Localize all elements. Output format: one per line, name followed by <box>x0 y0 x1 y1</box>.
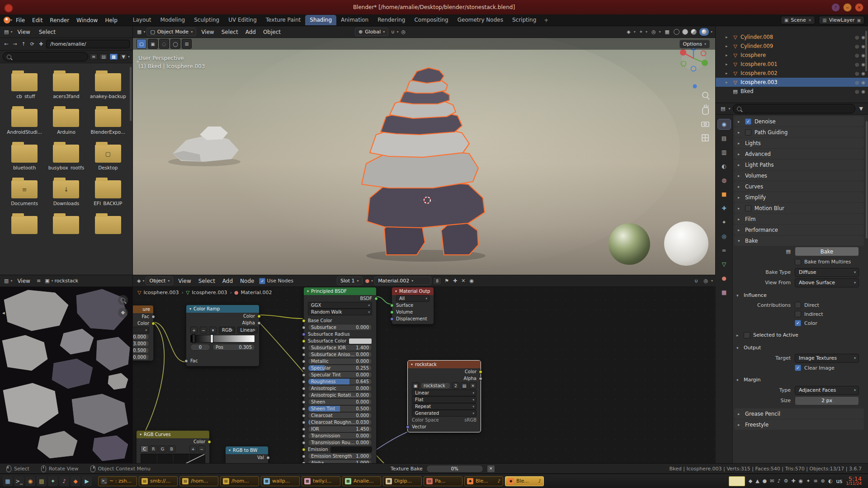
principled-bsdf-node[interactable]: ▾Principled BSDF BSDF GGX Random Walk Ba… <box>303 287 377 463</box>
bsdf-input-row[interactable]: Metallic0.000 <box>304 358 376 365</box>
input-socket[interactable] <box>302 414 306 418</box>
channel-c-button[interactable]: C <box>141 446 148 452</box>
properties-panel-header[interactable]: ▸ Advanced <box>734 149 864 159</box>
orientation-dropdown[interactable]: ⊕Global <box>355 28 388 36</box>
pin-icon[interactable]: ◉ <box>468 277 475 284</box>
delete-stop-button[interactable]: − <box>200 327 207 333</box>
color-swatch[interactable] <box>330 446 373 453</box>
hide-viewport-icon[interactable]: ◎ <box>855 62 859 67</box>
color-ramp-gradient[interactable] <box>190 335 255 343</box>
taskbar-window-button[interactable]: ▤ smb://... <box>139 476 178 486</box>
snap-icon[interactable]: ∪ <box>693 277 699 284</box>
launcher-icon[interactable]: ◆ <box>71 476 80 486</box>
bsdf-input-row[interactable]: Clearcoat Roughness0.030 <box>304 419 376 426</box>
tray-icon[interactable]: ◐ <box>828 478 833 484</box>
taskbar-window-button[interactable]: >_ ~ : zsh... <box>98 476 137 486</box>
value-slider[interactable]: Transmission Roughness0.000 <box>308 439 372 446</box>
panel-bake-header[interactable]: ▾ Bake <box>734 235 864 246</box>
value-slider[interactable]: Subsurface Anisotropy0.000 <box>308 351 372 358</box>
launcher-icon[interactable]: ▦ <box>3 476 13 486</box>
folder-item[interactable] <box>4 213 45 236</box>
image-browse-icon[interactable]: ▣ <box>43 277 51 284</box>
workspace-tab[interactable]: Rendering <box>373 15 410 25</box>
viewport-3d[interactable]: Z ▦ ▾ ▢Object Mode ViewSelectAddObjec <box>133 26 716 275</box>
bsdf-input-row[interactable]: Transmission0.000 <box>304 432 376 439</box>
properties-panel-header[interactable]: ▸ Path Guiding <box>734 127 864 137</box>
properties-panel-header[interactable]: ▸ Lights <box>734 138 864 148</box>
input-socket[interactable] <box>302 360 306 363</box>
input-socket[interactable] <box>390 310 394 314</box>
filter-icon[interactable]: ▼ <box>858 105 864 112</box>
input-socket[interactable] <box>302 346 306 350</box>
bsdf-input-row[interactable]: Anisotropic Rotation0.000 <box>304 392 376 399</box>
value-slider[interactable]: Metallic0.000 <box>308 358 372 365</box>
scrollbar[interactable] <box>865 31 867 71</box>
folder-item[interactable]: acers3fand <box>45 70 87 99</box>
list-view-button[interactable]: ≡ <box>90 53 98 60</box>
taskbar-window-button[interactable]: ▩ Digip... <box>383 476 422 486</box>
workspace-tab[interactable]: + <box>541 15 552 25</box>
bsdf-input-row[interactable]: Subsurface Anisotropy0.000 <box>304 351 376 358</box>
texture-option-dropdown[interactable]: Flat <box>412 396 476 403</box>
distortion-field[interactable]: 0.000 <box>133 354 149 361</box>
outliner-row[interactable]: ▸ ▽ Icosphere ◎ ◉ <box>716 51 868 60</box>
input-socket[interactable] <box>302 333 306 336</box>
disable-render-icon[interactable]: ◉ <box>861 35 865 40</box>
toolbar-expand-icon[interactable]: ◂ <box>1 310 6 316</box>
tray-icon[interactable]: ♪ <box>777 478 780 484</box>
input-socket[interactable] <box>302 434 306 438</box>
taskbar-window-button[interactable]: ▤ /hom... <box>179 476 218 486</box>
value-slider[interactable]: Specular Tint0.000 <box>308 371 372 378</box>
new-material-icon[interactable]: ✚ <box>452 277 458 284</box>
toolbar-expand-icon[interactable]: ▸ <box>136 58 141 65</box>
input-socket[interactable] <box>302 441 306 445</box>
output-socket[interactable] <box>479 370 482 374</box>
bsdf-input-row[interactable]: Alpha1.000 <box>304 460 376 463</box>
influence-subpanel[interactable]: ▾Influence <box>733 290 865 300</box>
thumbnail-view-button[interactable]: ▦ <box>109 53 118 60</box>
outliner-row[interactable]: ▸ ▤ Bked ◎ ◉ <box>716 87 868 96</box>
editor-type-icon[interactable]: ▥ <box>3 277 10 284</box>
taskbar-window-button[interactable]: ▩ wallp... <box>261 476 300 486</box>
menu-select[interactable]: Select <box>35 29 59 35</box>
properties-panel-header[interactable]: ▸ Light Paths <box>734 160 864 170</box>
shading-wireframe-button[interactable] <box>674 29 679 35</box>
disable-render-icon[interactable]: ◉ <box>861 71 865 76</box>
tray-icon[interactable]: ● <box>763 478 767 484</box>
tray-icon[interactable]: ≡ <box>813 478 817 484</box>
bsdf-input-row[interactable]: IOR1.450 <box>304 426 376 432</box>
back-button[interactable]: ← <box>3 41 9 47</box>
close-button[interactable]: ✕ <box>855 3 863 12</box>
material-icon[interactable]: ● <box>364 277 371 284</box>
zoom-in-icon[interactable]: + <box>189 446 197 452</box>
input-socket[interactable] <box>302 326 306 329</box>
help-button[interactable]: ? <box>831 3 840 12</box>
color-mode-dropdown[interactable]: RGB <box>219 327 235 333</box>
disable-render-icon[interactable]: ◉ <box>861 53 865 58</box>
menu-item[interactable]: Object <box>259 29 284 35</box>
folder-item[interactable]: ≡ Documents <box>4 178 45 206</box>
physics-tab[interactable]: ◎ <box>718 231 731 241</box>
disable-render-icon[interactable]: ◉ <box>861 62 865 67</box>
folder-item[interactable] <box>45 213 87 236</box>
bake-from-multires-checkbox[interactable] <box>795 259 801 265</box>
output-socket[interactable] <box>151 315 155 319</box>
editor-type-icon[interactable]: ▤ <box>719 105 726 112</box>
input-socket[interactable] <box>302 400 306 404</box>
folder-item[interactable]: anakey-backup <box>87 70 129 99</box>
menu-item[interactable]: Node <box>236 278 258 284</box>
margin-subpanel[interactable]: ▾Margin <box>733 375 865 385</box>
material-name-field[interactable]: Material.002 <box>374 277 431 285</box>
input-socket[interactable] <box>302 461 306 464</box>
launcher-icon[interactable]: ◉ <box>25 476 35 486</box>
clear-image-checkbox[interactable] <box>795 365 801 371</box>
breadcrumb-item[interactable]: › ▽ Icosphere.003 <box>181 290 227 296</box>
bsdf-input-row[interactable]: Subsurface0.000 <box>304 324 376 331</box>
value-slider[interactable]: Transmission0.000 <box>308 432 372 439</box>
panel-checkbox[interactable] <box>745 129 751 136</box>
menu-item[interactable]: Add <box>219 278 236 284</box>
shading-material-button[interactable] <box>691 29 697 35</box>
forward-button[interactable]: → <box>11 41 18 47</box>
indirect-checkbox[interactable] <box>795 311 801 317</box>
value-slider[interactable]: Emission Strength1.000 <box>308 453 372 460</box>
